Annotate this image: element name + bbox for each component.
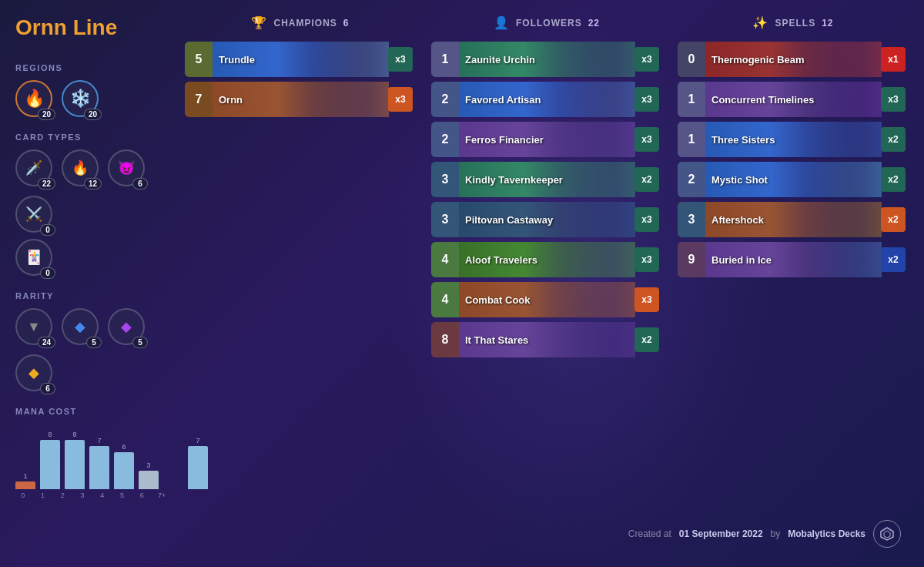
card-cost-zaunite: 1 bbox=[431, 42, 459, 77]
rarity-common: ▼ 24 bbox=[15, 308, 52, 345]
spells-header: ✨ SPELLS 12 bbox=[678, 15, 909, 30]
card-types-row: 🗡️ 22 🔥 12 😈 6 ⚔️ 0 bbox=[15, 149, 169, 233]
mana-bar-5: 3 bbox=[139, 461, 159, 489]
card-name-buried: Buried in Ice bbox=[705, 254, 881, 266]
bar-val-0: 1 bbox=[23, 472, 27, 480]
mobalytics-logo-icon bbox=[879, 526, 895, 542]
bar-label-7: 7+ bbox=[154, 492, 169, 499]
card-three-sisters[interactable]: 1 Three Sisters x2 bbox=[678, 122, 909, 157]
card-it-that-stares[interactable]: 8 It That Stares x2 bbox=[431, 322, 662, 357]
card-name-aloof: Aloof Travelers bbox=[459, 254, 634, 266]
columns-header: 🏆 CHAMPIONS 6 👤 FOLLOWERS 22 ✨ SPELLS 12 bbox=[185, 15, 909, 30]
card-type-champ: 😈 6 bbox=[108, 149, 145, 186]
card-cost-favored: 2 bbox=[431, 82, 459, 117]
card-cost-three: 1 bbox=[678, 122, 705, 157]
card-mystic-shot[interactable]: 2 Mystic Shot x2 bbox=[678, 162, 909, 197]
card-name-ornn: Ornn bbox=[213, 94, 388, 106]
card-name-piltovan: Piltovan Castaway bbox=[459, 214, 634, 226]
card-qty-ferros: x3 bbox=[634, 127, 659, 152]
bar-2 bbox=[65, 440, 85, 489]
mana-bar-3: 7 bbox=[89, 437, 109, 489]
footer-author: Mobalytics Decks bbox=[788, 528, 865, 539]
mana-bar-0: 1 bbox=[15, 472, 35, 489]
rarity-rare: ◆ 5 bbox=[62, 308, 99, 345]
card-qty-kindly: x2 bbox=[634, 167, 659, 192]
bar-3 bbox=[89, 446, 109, 489]
mana-bar-1: 8 bbox=[40, 431, 60, 489]
card-cost-ornn: 7 bbox=[185, 82, 213, 117]
landmark-count: 0 bbox=[40, 224, 55, 236]
card-cost-aftershock: 3 bbox=[678, 202, 705, 237]
followers-icon: 👤 bbox=[494, 15, 510, 30]
card-cost-aloof: 4 bbox=[431, 242, 459, 277]
footer-created-label: Created at bbox=[628, 528, 671, 539]
followers-label: FOLLOWERS bbox=[516, 18, 582, 29]
card-thermogenic-beam[interactable]: 0 Thermogenic Beam x1 bbox=[678, 42, 909, 77]
card-qty-trundle: x3 bbox=[388, 47, 413, 72]
card-qty-combat: x3 bbox=[634, 287, 659, 312]
region-freljord: 🔥 20 bbox=[15, 80, 52, 117]
rarity-section: RARITY ▼ 24 ◆ 5 ◆ 5 ◆ 6 bbox=[15, 291, 169, 391]
card-kindly-tavernkeeper[interactable]: 3 Kindly Tavernkeeper x2 bbox=[431, 162, 662, 197]
card-name-mystic: Mystic Shot bbox=[705, 174, 881, 186]
rarity-row: ▼ 24 ◆ 5 ◆ 5 ◆ 6 bbox=[15, 308, 169, 391]
card-types-row2: 🃏 0 bbox=[15, 239, 169, 276]
card-combat-cook[interactable]: 4 Combat Cook x3 bbox=[431, 282, 662, 317]
card-piltovan-castaway[interactable]: 3 Piltovan Castaway x3 bbox=[431, 202, 662, 237]
card-qty-aftershock: x2 bbox=[881, 207, 906, 232]
card-qty-zaunite: x3 bbox=[634, 47, 659, 72]
svg-marker-1 bbox=[884, 531, 890, 538]
regions-row: 🔥 20 ❄️ 20 bbox=[15, 80, 169, 117]
card-aloof-travelers[interactable]: 4 Aloof Travelers x3 bbox=[431, 242, 662, 277]
card-aftershock[interactable]: 3 Aftershock x2 bbox=[678, 202, 909, 237]
card-qty-ornn: x3 bbox=[388, 87, 413, 112]
mana-bar-4: 6 bbox=[114, 443, 134, 489]
bar-label-0: 0 bbox=[15, 492, 31, 499]
card-type-landmark: ⚔️ 0 bbox=[15, 196, 52, 233]
card-trundle[interactable]: 5 Trundle x3 bbox=[185, 42, 416, 77]
card-concurrent-timelines[interactable]: 1 Concurrent Timelines x3 bbox=[678, 82, 909, 117]
card-type-other: 🃏 0 bbox=[15, 239, 52, 276]
card-name-ferros: Ferros Financier bbox=[459, 134, 634, 146]
champ-count: 6 bbox=[132, 178, 148, 190]
card-name-three: Three Sisters bbox=[705, 134, 881, 146]
champ-rarity-count: 6 bbox=[40, 383, 55, 394]
card-cost-kindly: 3 bbox=[431, 162, 459, 197]
card-cost-piltovan: 3 bbox=[431, 202, 459, 237]
spells-count: 12 bbox=[822, 18, 833, 29]
mobalytics-logo bbox=[873, 520, 901, 548]
card-ornn[interactable]: 7 Ornn x3 bbox=[185, 82, 416, 117]
bar-4 bbox=[114, 452, 134, 489]
card-name-kindly: Kindly Tavernkeeper bbox=[459, 174, 634, 186]
card-name-favored: Favored Artisan bbox=[459, 94, 634, 106]
card-name-concurrent: Concurrent Timelines bbox=[705, 94, 881, 106]
footer-date: 01 September 2022 bbox=[679, 528, 763, 539]
spells-column: 0 Thermogenic Beam x1 1 Concurrent Timel… bbox=[678, 42, 909, 512]
card-qty-buried: x2 bbox=[881, 247, 906, 272]
unit-count: 22 bbox=[38, 178, 55, 190]
card-cost-ferros: 2 bbox=[431, 122, 459, 157]
mana-bar-2: 8 bbox=[65, 431, 85, 489]
card-qty-concurrent: x3 bbox=[881, 87, 906, 112]
followers-column: 1 Zaunite Urchin x3 2 Favored Artisan x3… bbox=[431, 42, 662, 512]
champions-column: 5 Trundle x3 7 Ornn x3 bbox=[185, 42, 416, 512]
card-cost-buried: 9 bbox=[678, 242, 705, 277]
mana-cost-section: MANA COST 1 8 8 7 bbox=[15, 407, 169, 499]
rarity-epic: ◆ 5 bbox=[108, 308, 145, 345]
card-cost-it: 8 bbox=[431, 322, 459, 357]
bar-label-6: 6 bbox=[135, 492, 150, 499]
bar-label-5: 5 bbox=[115, 492, 130, 499]
rarity-champion: ◆ 6 bbox=[15, 354, 52, 391]
left-panel: Ornn Line REGIONS 🔥 20 ❄️ 20 CARD TYPES … bbox=[15, 15, 169, 552]
spell-count: 12 bbox=[84, 178, 102, 190]
bar-val-3: 7 bbox=[97, 437, 101, 445]
card-buried-in-ice[interactable]: 9 Buried in Ice x2 bbox=[678, 242, 909, 277]
card-cost-trundle: 5 bbox=[185, 42, 213, 77]
card-ferros-financier[interactable]: 2 Ferros Financier x3 bbox=[431, 122, 662, 157]
bar-label-4: 4 bbox=[95, 492, 110, 499]
card-columns: 5 Trundle x3 7 Ornn x3 1 Zaunite bbox=[185, 42, 909, 512]
card-favored-artisan[interactable]: 2 Favored Artisan x3 bbox=[431, 82, 662, 117]
bar-val-2: 8 bbox=[72, 431, 76, 438]
card-name-combat: Combat Cook bbox=[459, 294, 634, 306]
card-zaunite-urchin[interactable]: 1 Zaunite Urchin x3 bbox=[431, 42, 662, 77]
